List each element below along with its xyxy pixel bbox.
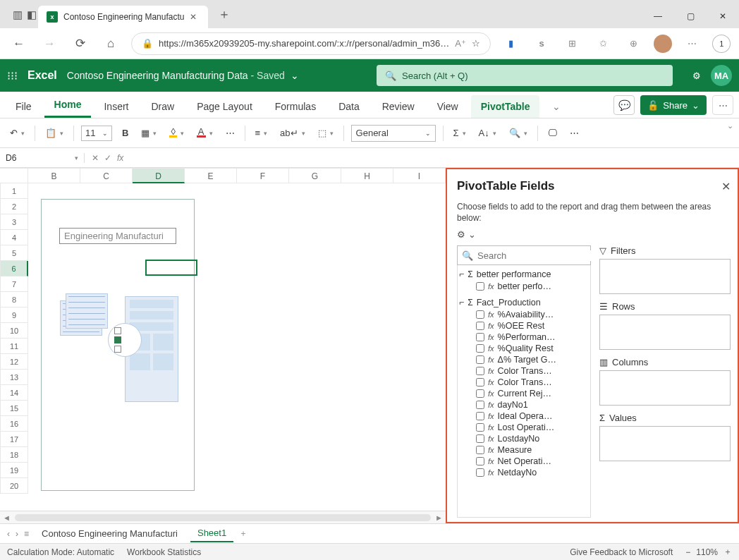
paste-button[interactable]: 📋 <box>42 126 66 140</box>
addblock-icon[interactable]: s <box>531 38 551 49</box>
user-avatar[interactable]: MA <box>711 65 732 86</box>
field-item[interactable]: fxMeasure <box>459 444 589 456</box>
sort-button[interactable]: A↓ <box>476 126 499 140</box>
field-item[interactable]: fxColor Trans… <box>459 377 589 388</box>
sheet-tab-2[interactable]: Sheet1 <box>190 525 233 542</box>
sheet-next-icon[interactable]: › <box>16 529 18 539</box>
collapse-ribbon-icon[interactable]: ⌄ <box>727 121 733 130</box>
favorites-icon[interactable]: ✩ <box>592 38 613 49</box>
tab-page-layout[interactable]: Page Layout <box>187 95 262 118</box>
field-search-input[interactable]: 🔍 <box>457 245 591 265</box>
field-group[interactable]: ⌐Σbetter performance <box>459 268 589 281</box>
reader-icon[interactable]: A⁺ <box>455 38 466 49</box>
field-item[interactable]: fx%OEE Rest <box>459 320 589 331</box>
tab-pivottable[interactable]: PivotTable <box>471 95 540 118</box>
cells-grid[interactable]: Engineering Manufacturi <box>28 183 446 511</box>
field-item[interactable]: fxIdeal Opera… <box>459 410 589 422</box>
find-button[interactable]: 🔍 <box>506 126 530 140</box>
values-region[interactable]: ΣValues <box>599 413 731 461</box>
app-launcher-icon[interactable]: ⁝⁝⁝ <box>7 69 18 83</box>
tab-data[interactable]: Data <box>329 95 370 118</box>
field-item[interactable]: fx%Performan… <box>459 331 589 343</box>
tab-file[interactable]: File <box>6 95 42 118</box>
active-cell-d6[interactable] <box>145 260 197 276</box>
column-headers[interactable]: BC D EF GHI <box>0 168 446 183</box>
number-format-selector[interactable]: General⌄ <box>351 125 436 142</box>
close-tab-icon[interactable]: ✕ <box>190 12 200 22</box>
profile-avatar[interactable] <box>654 35 672 53</box>
accept-formula-icon[interactable]: ✓ <box>104 153 111 163</box>
window-close-button[interactable]: ✕ <box>707 4 739 28</box>
font-size-selector[interactable]: 11⌄ <box>81 126 112 141</box>
tab-insert[interactable]: Insert <box>94 95 138 118</box>
name-box[interactable]: D6▾ <box>0 153 85 163</box>
field-item[interactable]: fxdayNo1 <box>459 399 589 410</box>
share-button[interactable]: 🔓 Share ⌄ <box>640 95 707 115</box>
extensions-icon[interactable]: ⊞ <box>562 38 582 49</box>
reading-list-icon[interactable]: ▮ <box>501 38 521 49</box>
panel-settings-icon[interactable]: ⚙ ⌄ <box>457 229 731 240</box>
field-item[interactable]: fxLostdayNo <box>459 433 589 444</box>
field-group[interactable]: ⌐ΣFact_Production <box>459 296 589 309</box>
close-panel-icon[interactable]: ✕ <box>721 180 731 193</box>
back-button[interactable]: ← <box>8 37 29 51</box>
workbook-stats-label[interactable]: Workbook Statistics <box>127 547 201 557</box>
field-item[interactable]: fxΔ% Target G… <box>459 354 589 365</box>
search-box[interactable]: 🔍 Search (Alt + Q) <box>377 65 673 86</box>
all-sheets-icon[interactable]: ≡ <box>24 529 29 539</box>
tab-view[interactable]: View <box>427 95 468 118</box>
field-item[interactable]: fxLost Operati… <box>459 422 589 433</box>
feedback-link[interactable]: Give Feedback to Microsoft <box>570 547 673 557</box>
pivottable-placeholder[interactable]: Engineering Manufacturi <box>41 199 195 491</box>
filters-region[interactable]: ▽Filters <box>599 245 731 294</box>
tab-actions-icon[interactable]: ▥ <box>6 8 20 28</box>
refresh-button[interactable]: ⟳ <box>70 36 90 51</box>
field-item[interactable]: fx%Avaiability… <box>459 309 589 320</box>
document-name[interactable]: Contoso Engineering Manufacturing Data -… <box>67 70 299 81</box>
field-item[interactable]: fxColor Trans… <box>459 365 589 377</box>
row-headers[interactable]: 12345 6 7891011121314151617181920 <box>0 183 28 511</box>
merge-button[interactable]: ⬚ <box>315 126 336 140</box>
rows-region[interactable]: ☰Rows <box>599 301 731 350</box>
field-item[interactable]: fx%Quality Rest <box>459 343 589 354</box>
collections-icon[interactable]: ⊕ <box>623 38 644 49</box>
field-item[interactable]: fxCurrent Rej… <box>459 388 589 399</box>
more-font-button[interactable]: ⋯ <box>223 126 238 140</box>
comments-button[interactable]: 💬 <box>613 95 635 115</box>
tab-draw[interactable]: Draw <box>141 95 184 118</box>
sheet-tab-1[interactable]: Contoso Engineering Manufacturi <box>35 525 185 542</box>
borders-button[interactable]: ▦ <box>138 126 159 140</box>
field-list[interactable]: ⌐Σbetter performancefxbetter perfo…⌐ΣFac… <box>457 265 591 518</box>
tab-formulas[interactable]: Formulas <box>265 95 326 118</box>
more-icon[interactable]: ⋯ <box>682 38 702 49</box>
address-bar[interactable]: 🔒 https://m365x20939205-my.sharepoint.co… <box>131 32 491 55</box>
window-minimize-button[interactable]: ― <box>642 4 674 28</box>
bold-button[interactable]: B <box>119 126 131 140</box>
ribbon-more-button[interactable]: ⋯ <box>712 95 733 115</box>
fill-color-button[interactable]: ◊ <box>166 127 186 139</box>
notifications-badge[interactable]: 1 <box>712 35 731 53</box>
new-tab-button[interactable]: ＋ <box>208 6 240 28</box>
autosum-button[interactable]: Σ <box>451 126 469 140</box>
font-color-button[interactable]: A <box>194 127 216 139</box>
horizontal-scrollbar[interactable]: ◄► <box>0 511 446 523</box>
field-item[interactable]: fxbetter perfo… <box>459 281 589 292</box>
fx-icon[interactable]: fx <box>117 153 123 163</box>
tab-review[interactable]: Review <box>372 95 425 118</box>
zoom-level[interactable]: 110% <box>696 547 718 557</box>
zoom-in-icon[interactable]: ＋ <box>723 546 732 558</box>
settings-icon[interactable]: ⚙ <box>692 71 701 81</box>
window-maximize-button[interactable]: ▢ <box>674 4 707 28</box>
zoom-out-icon[interactable]: − <box>685 547 690 557</box>
tab-home[interactable]: Home <box>44 93 92 118</box>
sheet-prev-icon[interactable]: ‹ <box>7 529 10 539</box>
field-item[interactable]: fxNetdayNo <box>459 467 589 478</box>
wrap-text-button[interactable]: ab↵ <box>277 126 307 140</box>
analyze-button[interactable]: 🖵 <box>545 126 560 140</box>
favorite-icon[interactable]: ☆ <box>472 38 480 49</box>
cancel-formula-icon[interactable]: ✕ <box>92 153 99 163</box>
browser-tab[interactable]: x Contoso Engineering Manufactu ✕ <box>38 6 208 28</box>
ribbon-chevron-icon[interactable]: ⌄ <box>542 95 570 118</box>
home-button[interactable]: ⌂ <box>100 37 121 51</box>
columns-region[interactable]: ▥Columns <box>599 357 731 406</box>
